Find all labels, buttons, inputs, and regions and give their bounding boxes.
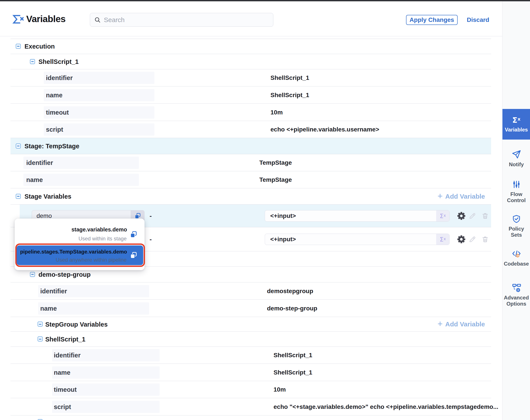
sidebar-item-label: Codebase xyxy=(502,261,530,267)
runtime-input-toggle[interactable]: Σx xyxy=(436,234,449,245)
field-row-script: scriptecho <+pipeline.variables.username… xyxy=(11,121,491,138)
sidebar-item-variables[interactable]: ΣxVariables xyxy=(502,109,530,140)
sigma-x-icon: Σx xyxy=(440,213,446,219)
popup-item-scope: Used anywhere within pipeline xyxy=(56,257,127,263)
collapse-minus-icon[interactable] xyxy=(30,272,35,277)
sidebar-item-label: Variables xyxy=(502,127,530,133)
variable-type-separator: - xyxy=(147,212,154,220)
variable-value-input[interactable]: <+input>Σx xyxy=(265,210,450,222)
variable-edit-button[interactable] xyxy=(468,211,477,221)
search-input[interactable]: Search xyxy=(90,13,273,27)
field-value: ShellScript_1 xyxy=(270,74,309,81)
section-row-execution: Execution xyxy=(11,39,491,54)
field-row-name: namedemo-step-group xyxy=(11,300,491,317)
copy-icon[interactable] xyxy=(130,252,137,259)
variable-value-text: <+input> xyxy=(265,234,436,245)
collapse-minus-icon[interactable] xyxy=(38,336,43,342)
field-row-name: nameShellScript_1 xyxy=(11,364,491,381)
field-label-cell: name xyxy=(23,174,139,186)
collapse-minus-icon[interactable] xyxy=(30,59,35,64)
sliders-icon xyxy=(512,180,521,189)
collapse-minus-icon[interactable] xyxy=(16,194,21,199)
code-warning-icon xyxy=(512,249,521,258)
variable-delete-button[interactable] xyxy=(480,235,490,244)
trash-icon xyxy=(482,236,489,243)
shield-check-icon xyxy=(512,214,521,224)
sidebar-item-label: Advanced Options xyxy=(502,295,530,307)
field-label: identifier xyxy=(52,349,160,361)
copy-icon[interactable] xyxy=(130,231,137,238)
trash-icon xyxy=(482,212,489,220)
section-row-shellscript-1: ShellScript_1 xyxy=(11,54,491,69)
sigma-x-icon: Σx xyxy=(512,116,520,124)
variable-delete-button[interactable] xyxy=(480,211,490,221)
discard-button[interactable]: Discard xyxy=(467,15,489,25)
popup-item-pipeline-scope[interactable]: pipeline.stages.TempStage.variables.demo… xyxy=(17,245,143,265)
field-label-cell: timeout xyxy=(44,106,154,119)
field-value: ShellScript_1 xyxy=(274,352,312,359)
collapse-minus-icon[interactable] xyxy=(16,144,21,149)
sidebar-item-flow-control[interactable]: Flow Control xyxy=(502,176,530,207)
plus-icon: + xyxy=(438,192,442,200)
section-row-stage-tempstage: Stage: TempStage xyxy=(11,138,491,154)
workflow-gear-icon xyxy=(512,283,521,292)
section-label: ShellScript_1 xyxy=(39,58,79,65)
variable-path-popup: stage.variables.demo Used within its sta… xyxy=(15,219,145,270)
section-label: ShellScript_1 xyxy=(45,336,86,343)
field-label: identifier xyxy=(23,157,139,169)
field-label: script xyxy=(44,123,154,136)
collapse-minus-icon[interactable] xyxy=(38,322,43,327)
field-row-timeout: timeout10m xyxy=(11,104,491,121)
field-row-script: scriptecho "<+stage.variables.demo>" ech… xyxy=(11,398,491,415)
add-variable-label: Add Variable xyxy=(445,320,485,328)
field-value: TempStage xyxy=(259,159,292,166)
field-value: ShellScript_1 xyxy=(270,92,309,99)
section-label: Execution xyxy=(25,43,55,50)
plus-icon: + xyxy=(438,319,442,328)
send-icon xyxy=(512,150,521,159)
search-icon xyxy=(94,16,101,23)
variable-edit-button[interactable] xyxy=(468,235,477,244)
field-label-cell: identifier xyxy=(38,285,149,297)
field-label: name xyxy=(23,174,139,186)
runtime-input-toggle[interactable]: Σx xyxy=(436,210,449,221)
pencil-icon xyxy=(468,212,476,220)
field-row-identifier: identifierShellScript_1 xyxy=(11,69,491,86)
add-variable-button[interactable]: +Add Variable xyxy=(438,317,485,331)
collapse-minus-icon[interactable] xyxy=(16,44,21,49)
sidebar-item-notify[interactable]: Notify xyxy=(502,147,530,171)
field-row-name: nameTempStage xyxy=(11,171,491,188)
copy-icon xyxy=(134,213,141,219)
field-label-cell: identifier xyxy=(52,349,160,361)
add-variable-button[interactable]: +Add Variable xyxy=(438,188,485,204)
field-label: name xyxy=(38,302,149,315)
field-row-timeout: timeout10m xyxy=(11,381,491,398)
section-row-shellscript-1: ShellScript_1 xyxy=(11,332,491,347)
field-label: name xyxy=(52,366,160,379)
sidebar-item-codebase[interactable]: Codebase xyxy=(502,246,530,270)
field-row-identifier: identifierTempStage xyxy=(11,154,491,171)
field-label: identifier xyxy=(38,285,149,297)
popup-item-scope: Used within its stage xyxy=(78,236,127,242)
field-label-cell: name xyxy=(38,302,149,315)
variable-settings-button[interactable] xyxy=(456,235,466,244)
variable-type-separator: - xyxy=(147,236,154,243)
field-value: 10m xyxy=(274,386,286,393)
add-variable-label: Add Variable xyxy=(445,193,485,200)
field-value: 10m xyxy=(270,109,283,116)
sidebar-item-policy-sets[interactable]: Policy Sets xyxy=(502,211,530,241)
section-label: Stage Variables xyxy=(25,193,71,200)
field-label: timeout xyxy=(44,106,154,119)
section-row-stepgroup-variables: StepGroup Variables+Add Variable xyxy=(11,317,491,332)
popup-item-stage-scope[interactable]: stage.variables.demo Used within its sta… xyxy=(15,221,137,244)
section-label: StepGroup Variables xyxy=(45,321,108,328)
field-label-cell: identifier xyxy=(23,157,139,169)
sidebar-item-label: Policy Sets xyxy=(502,226,530,238)
variable-value-input[interactable]: <+input>Σx xyxy=(265,234,450,245)
partially-visible-row xyxy=(11,415,491,420)
variable-settings-button[interactable] xyxy=(456,211,466,221)
apply-changes-button[interactable]: Apply Changes xyxy=(406,15,458,25)
sigma-x-icon xyxy=(11,14,24,25)
collapse-minus-icon[interactable] xyxy=(38,419,43,420)
sidebar-item-advanced-options[interactable]: Advanced Options xyxy=(502,280,530,310)
